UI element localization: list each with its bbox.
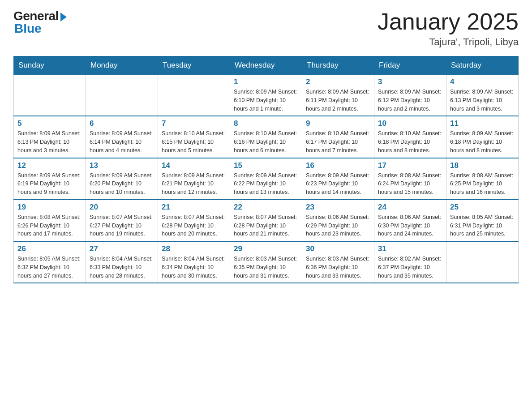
day-number: 4 [450, 77, 515, 86]
day-info: Sunrise: 8:06 AM Sunset: 6:29 PM Dayligh… [306, 213, 370, 238]
month-title: January 2025 [378, 9, 519, 34]
calendar-cell: 12Sunrise: 8:09 AM Sunset: 6:19 PM Dayli… [14, 158, 86, 200]
day-number: 10 [378, 119, 442, 128]
calendar-cell: 10Sunrise: 8:10 AM Sunset: 6:18 PM Dayli… [374, 116, 446, 158]
day-number: 28 [162, 244, 226, 253]
calendar-cell: 30Sunrise: 8:03 AM Sunset: 6:36 PM Dayli… [302, 241, 374, 283]
calendar-week-row: 1Sunrise: 8:09 AM Sunset: 6:10 PM Daylig… [14, 75, 519, 116]
calendar-table: SundayMondayTuesdayWednesdayThursdayFrid… [13, 56, 519, 283]
day-number: 20 [90, 203, 154, 212]
day-info: Sunrise: 8:09 AM Sunset: 6:14 PM Dayligh… [90, 129, 154, 154]
logo-blue-text: Blue [14, 21, 42, 36]
calendar-cell [158, 75, 230, 116]
day-number: 16 [306, 161, 370, 170]
calendar-cell: 7Sunrise: 8:10 AM Sunset: 6:15 PM Daylig… [158, 116, 230, 158]
calendar-cell: 28Sunrise: 8:04 AM Sunset: 6:34 PM Dayli… [158, 241, 230, 283]
day-number: 15 [234, 161, 298, 170]
day-info: Sunrise: 8:09 AM Sunset: 6:19 PM Dayligh… [17, 171, 82, 197]
calendar-cell: 27Sunrise: 8:04 AM Sunset: 6:33 PM Dayli… [86, 241, 158, 283]
day-number: 29 [234, 244, 298, 253]
calendar-week-row: 5Sunrise: 8:09 AM Sunset: 6:13 PM Daylig… [14, 116, 519, 158]
col-header-sunday: Sunday [14, 56, 86, 75]
calendar-week-row: 12Sunrise: 8:09 AM Sunset: 6:19 PM Dayli… [14, 158, 519, 200]
day-number: 26 [17, 244, 82, 253]
day-number: 17 [378, 161, 442, 170]
calendar-cell: 11Sunrise: 8:09 AM Sunset: 6:18 PM Dayli… [446, 116, 519, 158]
day-info: Sunrise: 8:07 AM Sunset: 6:28 PM Dayligh… [162, 213, 226, 238]
calendar-cell: 29Sunrise: 8:03 AM Sunset: 6:35 PM Dayli… [230, 241, 302, 283]
logo-arrow-icon [60, 13, 67, 21]
day-number: 13 [90, 161, 154, 170]
calendar-cell: 8Sunrise: 8:10 AM Sunset: 6:16 PM Daylig… [230, 116, 302, 158]
day-info: Sunrise: 8:03 AM Sunset: 6:35 PM Dayligh… [234, 255, 298, 280]
day-info: Sunrise: 8:09 AM Sunset: 6:21 PM Dayligh… [162, 171, 226, 197]
day-info: Sunrise: 8:10 AM Sunset: 6:15 PM Dayligh… [162, 129, 226, 154]
calendar-cell: 21Sunrise: 8:07 AM Sunset: 6:28 PM Dayli… [158, 200, 230, 241]
day-info: Sunrise: 8:07 AM Sunset: 6:27 PM Dayligh… [90, 213, 154, 238]
calendar-cell [86, 75, 158, 116]
day-info: Sunrise: 8:08 AM Sunset: 6:25 PM Dayligh… [450, 171, 515, 197]
calendar-cell: 18Sunrise: 8:08 AM Sunset: 6:25 PM Dayli… [446, 158, 519, 200]
calendar-cell: 16Sunrise: 8:09 AM Sunset: 6:23 PM Dayli… [302, 158, 374, 200]
day-number: 2 [306, 77, 370, 86]
calendar-cell: 9Sunrise: 8:10 AM Sunset: 6:17 PM Daylig… [302, 116, 374, 158]
day-info: Sunrise: 8:10 AM Sunset: 6:18 PM Dayligh… [378, 129, 442, 154]
day-number: 27 [90, 244, 154, 253]
day-number: 25 [450, 203, 515, 212]
calendar-cell: 31Sunrise: 8:02 AM Sunset: 6:37 PM Dayli… [374, 241, 446, 283]
calendar-header-row: SundayMondayTuesdayWednesdayThursdayFrid… [14, 56, 519, 75]
col-header-saturday: Saturday [446, 56, 519, 75]
calendar-cell: 15Sunrise: 8:09 AM Sunset: 6:22 PM Dayli… [230, 158, 302, 200]
day-info: Sunrise: 8:06 AM Sunset: 6:30 PM Dayligh… [378, 213, 442, 238]
page-header: General Blue January 2025 Tajura', Tripo… [13, 9, 519, 48]
day-number: 3 [378, 77, 442, 86]
day-info: Sunrise: 8:09 AM Sunset: 6:13 PM Dayligh… [450, 88, 515, 113]
calendar-cell [14, 75, 86, 116]
day-info: Sunrise: 8:08 AM Sunset: 6:26 PM Dayligh… [17, 213, 82, 238]
day-info: Sunrise: 8:09 AM Sunset: 6:10 PM Dayligh… [234, 88, 298, 113]
col-header-thursday: Thursday [302, 56, 374, 75]
day-number: 7 [162, 119, 226, 128]
day-info: Sunrise: 8:10 AM Sunset: 6:17 PM Dayligh… [306, 129, 370, 154]
calendar-cell: 5Sunrise: 8:09 AM Sunset: 6:13 PM Daylig… [14, 116, 86, 158]
calendar-cell: 14Sunrise: 8:09 AM Sunset: 6:21 PM Dayli… [158, 158, 230, 200]
col-header-wednesday: Wednesday [230, 56, 302, 75]
calendar-cell: 4Sunrise: 8:09 AM Sunset: 6:13 PM Daylig… [446, 75, 519, 116]
col-header-tuesday: Tuesday [158, 56, 230, 75]
day-info: Sunrise: 8:04 AM Sunset: 6:33 PM Dayligh… [90, 255, 154, 280]
day-number: 31 [378, 244, 442, 253]
day-info: Sunrise: 8:09 AM Sunset: 6:23 PM Dayligh… [306, 171, 370, 197]
day-info: Sunrise: 8:05 AM Sunset: 6:31 PM Dayligh… [450, 213, 515, 238]
day-info: Sunrise: 8:09 AM Sunset: 6:11 PM Dayligh… [306, 88, 370, 113]
day-info: Sunrise: 8:03 AM Sunset: 6:36 PM Dayligh… [306, 255, 370, 280]
calendar-cell: 20Sunrise: 8:07 AM Sunset: 6:27 PM Dayli… [86, 200, 158, 241]
calendar-week-row: 19Sunrise: 8:08 AM Sunset: 6:26 PM Dayli… [14, 200, 519, 241]
day-info: Sunrise: 8:09 AM Sunset: 6:18 PM Dayligh… [450, 129, 515, 154]
day-number: 30 [306, 244, 370, 253]
calendar-cell: 1Sunrise: 8:09 AM Sunset: 6:10 PM Daylig… [230, 75, 302, 116]
day-info: Sunrise: 8:09 AM Sunset: 6:13 PM Dayligh… [17, 129, 82, 154]
day-number: 18 [450, 161, 515, 170]
day-info: Sunrise: 8:07 AM Sunset: 6:28 PM Dayligh… [234, 213, 298, 238]
calendar-cell: 6Sunrise: 8:09 AM Sunset: 6:14 PM Daylig… [86, 116, 158, 158]
calendar-cell: 23Sunrise: 8:06 AM Sunset: 6:29 PM Dayli… [302, 200, 374, 241]
col-header-friday: Friday [374, 56, 446, 75]
day-number: 23 [306, 203, 370, 212]
calendar-cell: 17Sunrise: 8:08 AM Sunset: 6:24 PM Dayli… [374, 158, 446, 200]
title-block: January 2025 Tajura', Tripoli, Libya [378, 9, 519, 48]
day-number: 12 [17, 161, 82, 170]
day-number: 9 [306, 119, 370, 128]
day-info: Sunrise: 8:09 AM Sunset: 6:12 PM Dayligh… [378, 88, 442, 113]
day-number: 5 [17, 119, 82, 128]
day-number: 24 [378, 203, 442, 212]
day-info: Sunrise: 8:05 AM Sunset: 6:32 PM Dayligh… [17, 255, 82, 280]
day-number: 21 [162, 203, 226, 212]
day-number: 22 [234, 203, 298, 212]
calendar-week-row: 26Sunrise: 8:05 AM Sunset: 6:32 PM Dayli… [14, 241, 519, 283]
day-info: Sunrise: 8:09 AM Sunset: 6:22 PM Dayligh… [234, 171, 298, 197]
day-info: Sunrise: 8:02 AM Sunset: 6:37 PM Dayligh… [378, 255, 442, 280]
logo: General Blue [13, 9, 67, 36]
calendar-cell: 22Sunrise: 8:07 AM Sunset: 6:28 PM Dayli… [230, 200, 302, 241]
calendar-cell: 25Sunrise: 8:05 AM Sunset: 6:31 PM Dayli… [446, 200, 519, 241]
day-info: Sunrise: 8:04 AM Sunset: 6:34 PM Dayligh… [162, 255, 226, 280]
